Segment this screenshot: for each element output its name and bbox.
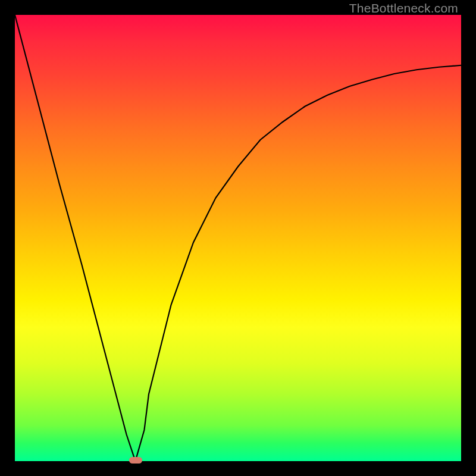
plot-area: [15, 15, 461, 461]
minimum-marker: [129, 457, 142, 464]
bottleneck-curve: [15, 15, 461, 461]
watermark-text: TheBottleneck.com: [349, 1, 458, 15]
chart-frame: TheBottleneck.com: [0, 0, 476, 476]
